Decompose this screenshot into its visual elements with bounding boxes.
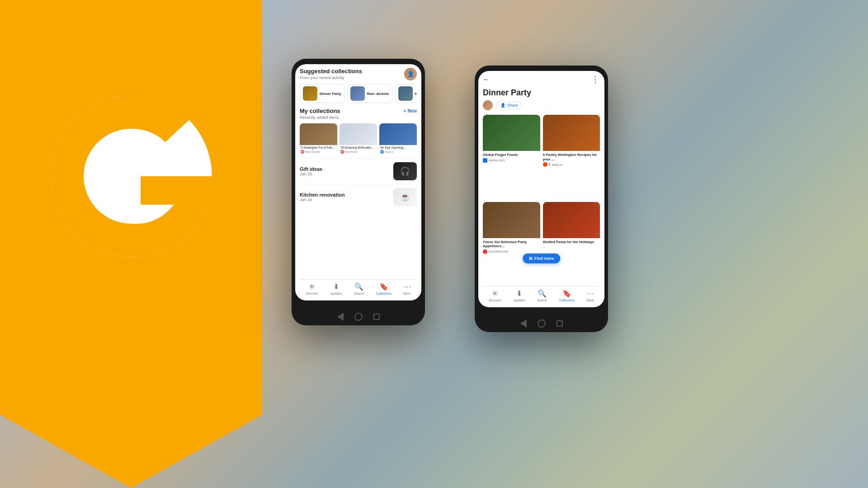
owner-avatar [483, 100, 493, 110]
share-label: Share [507, 103, 518, 108]
find-more-icon: ⊞ [529, 256, 533, 261]
collection-gift-ideas-thumb: 🎧 [393, 162, 417, 180]
recent-item-1-img [340, 123, 377, 145]
grid-item-appetizers[interactable]: These Six Delicious Party Appetizers... … [483, 202, 540, 286]
phone2-nav-buttons [520, 319, 563, 328]
collections-label: Collections [376, 292, 392, 295]
p2-collections-label: Collections [559, 299, 575, 302]
pastry-more-button[interactable]: ⋮ [592, 116, 598, 123]
collection-gift-ideas-date: Jan 26 [300, 172, 322, 176]
chip-dinner-party-label: Dinner Party [320, 92, 341, 96]
phone2-recent-btn[interactable] [557, 320, 563, 327]
suggested-collections-subtitle: From your recent activity [300, 75, 362, 80]
saveur-icon [483, 158, 487, 163]
stuffed-pasta-more-button[interactable]: ⋮ [592, 203, 598, 210]
chip-hiking-boots-label: Hiking Boots [415, 92, 417, 96]
p2-more-icon: ⋯ [587, 289, 594, 298]
p2-search-icon: 🔍 [538, 289, 547, 298]
p2-updates-icon: ⬇ [516, 289, 522, 298]
appetizers-caption: These Six Delicious Party Appetizers... [483, 240, 540, 249]
recent-item-2-img [379, 123, 417, 145]
phone1-home-btn[interactable] [354, 313, 363, 321]
grid-item-stuffed-pasta[interactable]: ⋮ Stuffed Pasta for the Holidays ... [543, 202, 600, 286]
my-collections-header: My collections + New [300, 108, 417, 114]
p2-discover-icon: ✳ [492, 289, 498, 298]
p2-nav-more[interactable]: ⋯ More [587, 289, 594, 302]
chip-hiking-boots[interactable]: Hiking Boots [395, 84, 417, 103]
p1-nav-updates[interactable]: ⬇ Updates [330, 282, 342, 295]
recent-item-0-img [300, 123, 337, 145]
phone1-notch [345, 60, 372, 64]
my-collections-title: My collections [300, 108, 340, 114]
chip-rain-jackets-img [350, 86, 365, 101]
collection-gift-ideas-info: Gift ideas Jan 26 [300, 166, 322, 176]
find-more-button[interactable]: ⊞ Find more [523, 253, 561, 263]
updates-icon: ⬇ [333, 282, 339, 291]
recent-item-1[interactable]: 35 Amazing Birthcake... BF BuzzFeed [340, 123, 377, 155]
p2-more-label: More [587, 299, 594, 302]
phone2-home-btn[interactable] [538, 319, 546, 328]
p2-discover-label: Discover [489, 299, 501, 302]
more-options-button[interactable]: ⋮ [591, 75, 600, 84]
suggested-chips: Dinner Party Rain Jackets Hiking Boots [300, 84, 417, 103]
pastry-source: T tasty.co [543, 162, 600, 167]
source-icon-bf: BF [340, 150, 344, 154]
phone1-screen: Suggested collections From your recent a… [295, 64, 421, 300]
google-g-logo [36, 81, 226, 271]
collection-item-kitchen[interactable]: Kitchen renovation Jan 24 ☕ [300, 184, 417, 210]
chip-dinner-party[interactable]: Dinner Party [300, 84, 344, 103]
recent-item-1-source: BF BuzzFeed [340, 150, 377, 155]
collection-gift-ideas-name: Gift ideas [300, 166, 322, 172]
grid-item-pastry[interactable]: ⋮ 4 Pastry Wellington Recipes for your .… [543, 115, 600, 199]
share-row: 👤 Share [483, 100, 600, 110]
p2-nav-collections[interactable]: 🔖 Collections [559, 289, 575, 302]
share-button[interactable]: 👤 Share [496, 101, 522, 109]
recent-item-2-source: SV Saveur [379, 150, 417, 155]
phone2-back-btn[interactable] [520, 319, 527, 328]
buzzfeed-icon [483, 249, 487, 254]
p1-nav-more[interactable]: ⋯ More [404, 282, 411, 295]
source-icon-sv: SV [380, 150, 384, 154]
tasty-source-label: T [549, 163, 551, 166]
p2-nav-search[interactable]: 🔍 Search [537, 289, 547, 302]
collection-item-gift-ideas[interactable]: Gift ideas Jan 26 🎧 [300, 158, 417, 184]
collections-icon-active: 🔖 [379, 282, 388, 291]
finger-foods-img [483, 115, 540, 151]
phone1-back-btn[interactable] [337, 313, 344, 321]
grid-item-finger-foods[interactable]: Global Finger Foods saveur.com [483, 115, 540, 199]
back-button[interactable]: ← [483, 75, 490, 84]
more-label: More [404, 292, 411, 295]
discover-label: Discover [306, 292, 318, 295]
recent-item-0-caption: 5 Strategies For A Fab... [300, 145, 337, 150]
recent-items-row: 5 Strategies For A Fab... RS Real Simple… [300, 123, 417, 155]
stuffed-pasta-source: ... [543, 245, 600, 248]
phone1-recent-btn[interactable] [373, 314, 380, 320]
phone1-title-block: Suggested collections From your recent a… [300, 68, 362, 80]
more-icon: ⋯ [404, 282, 411, 291]
chip-dinner-party-img [303, 86, 317, 101]
pastry-caption: 4 Pastry Wellington Recipes for your ... [543, 153, 600, 161]
p1-nav-discover[interactable]: ✳ Discover [306, 282, 318, 295]
phone1-content: Suggested collections From your recent a… [295, 64, 421, 300]
finger-foods-source: saveur.com [483, 158, 540, 163]
recent-item-2-caption: An Eye Opening... [379, 145, 417, 150]
collection-kitchen-date: Jan 24 [300, 197, 345, 202]
collection-kitchen-thumb: ☕ [393, 188, 417, 206]
p2-collections-icon: 🔖 [562, 289, 571, 298]
tasty-icon [543, 162, 547, 167]
collection-kitchen-name: Kitchen renovation [300, 192, 345, 197]
phone1: Suggested collections From your recent a… [292, 59, 425, 325]
dinner-party-grid: Global Finger Foods saveur.com ⋮ 4 Pastr… [483, 115, 600, 286]
recently-added-label: Recently added items [300, 115, 417, 120]
p2-nav-discover[interactable]: ✳ Discover [489, 289, 501, 302]
recent-item-0[interactable]: 5 Strategies For A Fab... RS Real Simple [300, 123, 337, 155]
chip-rain-jackets[interactable]: Rain Jackets [347, 84, 392, 103]
recent-item-2[interactable]: An Eye Opening... SV Saveur [379, 123, 417, 155]
phone2-notch [528, 67, 555, 70]
phone1-nav-buttons [337, 313, 380, 321]
p2-nav-updates[interactable]: ⬇ Updates [513, 289, 525, 302]
user-avatar[interactable]: 👤 [404, 68, 417, 80]
new-collection-button[interactable]: + New [404, 108, 417, 113]
p1-nav-search[interactable]: 🔍 Search [354, 282, 364, 295]
p1-nav-collections[interactable]: 🔖 Collections [376, 282, 392, 295]
